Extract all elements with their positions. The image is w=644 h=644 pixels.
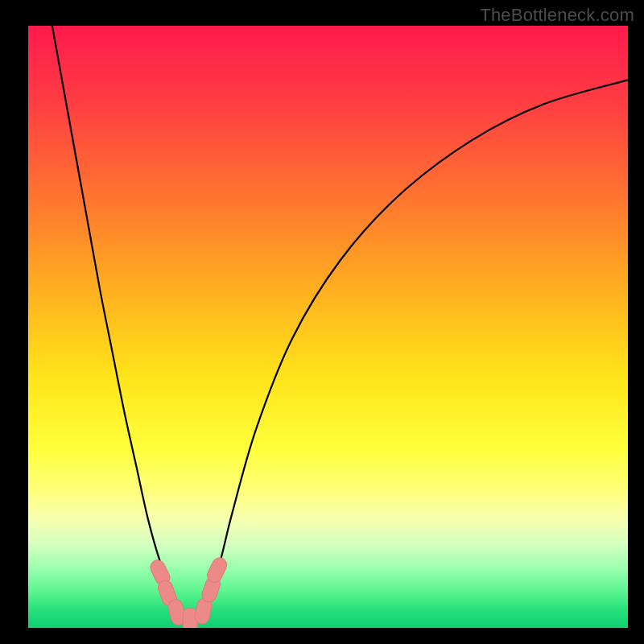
curve-markers xyxy=(148,555,229,628)
watermark-text: TheBottleneck.com xyxy=(480,5,634,26)
chart-frame: TheBottleneck.com xyxy=(0,0,644,644)
bottleneck-curve-path xyxy=(52,26,628,619)
chart-plot-area xyxy=(28,26,628,628)
bottleneck-curve-svg xyxy=(28,26,628,628)
